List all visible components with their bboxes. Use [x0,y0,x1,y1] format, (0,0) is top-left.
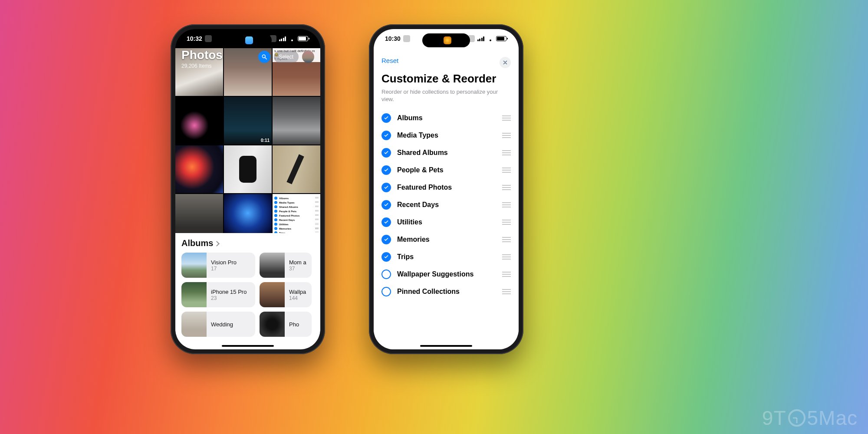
option-row[interactable]: Wallpaper Suggestions [381,266,511,283]
option-row[interactable]: Recent Days [381,196,511,214]
drag-handle-icon[interactable] [502,220,511,225]
check-icon [384,237,389,242]
check-icon [384,202,389,207]
home-indicator[interactable] [420,345,472,347]
album-thumb [260,312,285,337]
option-row[interactable]: Pinned Collections [381,283,511,300]
album-card[interactable]: iPhone 15 Pro23 [181,282,255,307]
checkbox[interactable] [381,235,391,244]
album-card[interactable]: Pho [260,312,312,337]
photo-tile[interactable] [175,97,223,145]
album-card[interactable]: Wallpa144 [260,282,312,307]
album-card[interactable]: Vision Pro17 [181,253,255,278]
option-label: Shared Albums [397,149,496,157]
drag-handle-icon[interactable] [502,272,511,277]
watermark: 9T5Mac [762,406,858,430]
wifi-icon [487,36,493,41]
drag-handle-icon[interactable] [502,168,511,173]
drag-handle-icon[interactable] [502,150,511,155]
album-name: Wallpa [289,289,306,295]
check-icon [384,133,389,138]
drag-handle-icon[interactable] [502,237,511,242]
option-label: Utilities [397,218,496,226]
dynamic-island [422,33,470,47]
option-row[interactable]: Utilities [381,214,511,231]
select-button[interactable]: Select [274,51,299,63]
close-button[interactable] [500,57,511,68]
customize-sheet: Reset Customize & Reorder Reorder or hid… [374,51,519,349]
photo-tile[interactable] [273,145,320,193]
dynamic-island-app-icon [245,36,253,44]
checkbox[interactable] [381,217,391,227]
photo-tile[interactable] [175,145,223,193]
drag-handle-icon[interactable] [502,133,511,138]
albums-title: Albums [181,238,213,248]
status-time: 10:32 [187,35,202,42]
sheet-subtitle: Reorder or hide collections to personali… [381,88,511,103]
drag-handle-icon[interactable] [502,254,511,260]
option-row[interactable]: Trips [381,248,511,266]
photo-grid[interactable]: s one but I will definitely m 😂 5 replie… [175,48,320,242]
clock-icon [788,409,806,427]
item-count: 29,206 Items [181,63,314,69]
checkbox[interactable] [381,183,391,192]
option-label: Trips [397,253,496,261]
drag-handle-icon[interactable] [502,115,511,121]
status-time: 10:30 [385,35,401,42]
search-button[interactable] [258,51,270,63]
album-thumb [181,253,207,278]
album-name: Vision Pro [211,259,237,266]
checkbox[interactable] [381,252,391,262]
check-icon [384,254,389,260]
album-name: Pho [289,321,299,328]
reset-button[interactable]: Reset [381,57,398,64]
option-row[interactable]: Memories [381,231,511,248]
option-row[interactable]: Featured Photos [381,179,511,196]
album-card[interactable]: Mom a37 [260,253,312,278]
checkbox[interactable] [381,131,391,140]
option-label: People & Pets [397,166,496,174]
dynamic-island [224,33,272,47]
option-row[interactable]: Shared Albums [381,144,511,161]
album-count: 144 [289,295,306,301]
stage: 10:32 Photos 29,206 Items [0,0,868,434]
select-label: Select [279,54,293,60]
phone-photos: 10:32 Photos 29,206 Items [171,24,325,354]
svg-line-1 [265,58,266,59]
album-card[interactable]: Wedding [181,312,255,337]
check-icon [384,115,389,121]
option-label: Featured Photos [397,184,496,191]
photos-app[interactable]: Photos 29,206 Items Select s one but [175,29,320,349]
photo-tile[interactable] [273,97,320,145]
checkbox[interactable] [381,287,391,296]
battery-icon [496,36,506,41]
option-row[interactable]: Media Types [381,127,511,144]
album-count: 23 [211,295,247,301]
home-indicator[interactable] [222,345,274,347]
wifi-icon [289,36,295,41]
close-icon [503,60,508,65]
chevron-right-icon [214,241,220,247]
check-icon [384,168,389,173]
dynamic-island-app-icon [444,36,451,44]
checkbox[interactable] [381,270,391,279]
albums-section: Albums Vision Pro17Mom a37iPhone 15 Pro2… [175,233,320,349]
drag-handle-icon[interactable] [502,185,511,190]
cellular-icon [279,36,286,41]
photo-tile[interactable] [224,145,272,193]
checkbox[interactable] [381,148,391,158]
checkbox[interactable] [381,113,391,123]
checkbox[interactable] [381,165,391,175]
checkbox[interactable] [381,200,391,210]
albums-header[interactable]: Albums [181,238,314,248]
profile-avatar[interactable] [302,51,314,63]
option-label: Memories [397,236,496,243]
option-row[interactable]: Albums [381,109,511,127]
album-name: iPhone 15 Pro [211,289,247,295]
option-label: Recent Days [397,201,496,209]
option-row[interactable]: People & Pets [381,161,511,179]
drag-handle-icon[interactable] [502,289,511,294]
video-tile[interactable]: 0:11 [224,97,272,145]
drag-handle-icon[interactable] [502,202,511,207]
option-label: Wallpaper Suggestions [397,270,496,278]
